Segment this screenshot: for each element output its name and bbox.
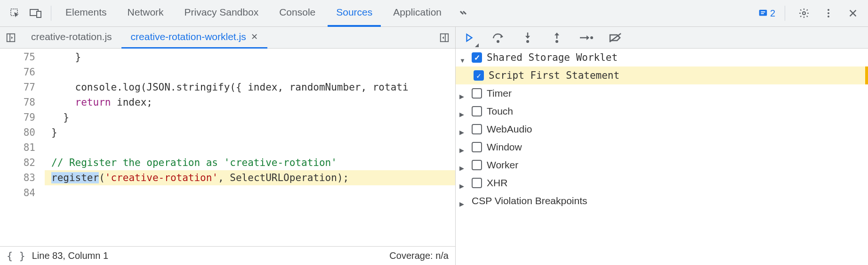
breakpoint-group[interactable]: Window <box>456 138 868 156</box>
svg-point-7 <box>828 16 829 17</box>
step-icon[interactable] <box>577 29 595 47</box>
file-tab-creative-rotation-worklet[interactable]: creative-rotation-worklet.js ✕ <box>121 27 267 49</box>
tab-privacy-sandbox[interactable]: Privacy Sandbox <box>176 0 267 27</box>
chevron-right-icon[interactable] <box>459 179 467 187</box>
code-lines: } console.log(JSON.stringify({ index, ra… <box>45 49 455 246</box>
chevron-right-icon[interactable] <box>459 197 467 205</box>
code-editor[interactable]: 75767778798081828384 } console.log(JSON.… <box>0 49 455 246</box>
breakpoint-section[interactable]: CSP Violation Breakpoints <box>456 192 868 210</box>
breakpoint-group[interactable]: Timer <box>456 84 868 102</box>
file-tab-label: creative-rotation-worklet.js <box>131 31 246 42</box>
close-icon[interactable]: ✕ <box>251 32 258 42</box>
toolbar-separator <box>785 6 785 21</box>
svg-point-6 <box>828 12 829 14</box>
checkbox[interactable] <box>474 70 484 81</box>
issues-count: 2 <box>770 8 775 19</box>
breakpoint-group-label: Window <box>487 141 522 153</box>
kebab-icon[interactable] <box>819 4 838 23</box>
breakpoint-group[interactable]: Shared Storage Worklet <box>456 49 868 66</box>
svg-point-14 <box>526 40 529 43</box>
toolbar-separator <box>51 6 51 21</box>
breakpoint-group-label: Worker <box>487 159 518 171</box>
close-icon[interactable] <box>844 4 862 23</box>
coverage-info: Coverage: n/a <box>389 250 449 261</box>
breakpoint-group[interactable]: WebAudio <box>456 120 868 138</box>
chevron-right-icon[interactable] <box>459 161 467 169</box>
debugger-pane: Shared Storage Worklet Script First Stat… <box>456 27 868 265</box>
chevron-right-icon[interactable] <box>459 90 467 97</box>
chevron-right-icon[interactable] <box>459 108 467 115</box>
pretty-print-icon[interactable]: { } <box>7 250 25 262</box>
breakpoint-group[interactable]: XHR <box>456 174 868 192</box>
svg-rect-10 <box>441 33 449 41</box>
checkbox[interactable] <box>472 160 482 170</box>
breakpoint-item[interactable]: Script First Statement <box>456 66 868 84</box>
breakpoint-group-label: XHR <box>487 177 507 189</box>
chevron-down-icon[interactable] <box>459 54 467 61</box>
navigator-toggle-icon[interactable] <box>0 27 22 49</box>
step-over-icon[interactable] <box>490 29 507 47</box>
main-split: creative-rotation.js creative-rotation-w… <box>0 27 868 265</box>
resume-icon[interactable] <box>460 29 478 47</box>
breakpoint-group-label: Timer <box>487 88 512 99</box>
breakpoint-section-label: CSP Violation Breakpoints <box>472 195 587 207</box>
devtools-toolbar: Elements Network Privacy Sandbox Console… <box>0 0 868 27</box>
svg-rect-3 <box>759 10 767 16</box>
file-tab-creative-rotation[interactable]: creative-rotation.js <box>22 27 121 49</box>
svg-rect-2 <box>37 11 41 17</box>
breakpoint-group[interactable]: Touch <box>456 102 868 120</box>
breakpoint-group-label: WebAudio <box>487 124 532 135</box>
cursor-position: Line 83, Column 1 <box>32 250 108 261</box>
checkbox[interactable] <box>472 178 482 188</box>
editor-status-bar: { } Line 83, Column 1 Coverage: n/a <box>0 246 455 265</box>
svg-point-18 <box>590 36 593 39</box>
tab-elements[interactable]: Elements <box>57 0 115 27</box>
checkbox[interactable] <box>472 124 482 134</box>
breakpoint-group[interactable]: Worker <box>456 156 868 174</box>
svg-point-16 <box>555 40 558 43</box>
breakpoint-list: Shared Storage Worklet Script First Stat… <box>456 49 868 265</box>
panel-tabs: Elements Network Privacy Sandbox Console… <box>57 0 756 27</box>
tab-sources[interactable]: Sources <box>328 0 381 27</box>
more-tabs-icon[interactable] <box>454 4 473 23</box>
tab-network[interactable]: Network <box>119 0 172 27</box>
checkbox[interactable] <box>472 52 482 63</box>
breakpoint-item-label: Script First Statement <box>489 70 619 81</box>
svg-point-4 <box>803 12 805 15</box>
file-tab-label: creative-rotation.js <box>31 31 112 42</box>
checkbox[interactable] <box>472 106 482 116</box>
svg-rect-8 <box>7 33 15 41</box>
sources-pane: creative-rotation.js creative-rotation-w… <box>0 27 456 265</box>
inspect-icon[interactable] <box>6 4 24 23</box>
checkbox[interactable] <box>472 88 482 99</box>
svg-point-5 <box>828 9 829 11</box>
step-into-icon[interactable] <box>519 29 537 47</box>
debugger-toggle-icon[interactable] <box>434 27 455 49</box>
tab-console[interactable]: Console <box>271 0 324 27</box>
gear-icon[interactable] <box>795 4 813 23</box>
svg-point-12 <box>497 40 499 43</box>
tab-application[interactable]: Application <box>385 0 450 27</box>
toolbar-right: 2 <box>758 4 862 23</box>
chevron-right-icon[interactable] <box>459 125 467 133</box>
breakpoint-group-label: Shared Storage Worklet <box>487 52 618 63</box>
deactivate-breakpoints-icon[interactable] <box>606 29 624 47</box>
checkbox[interactable] <box>472 142 482 152</box>
issues-badge[interactable]: 2 <box>758 8 775 19</box>
device-toggle-icon[interactable] <box>26 4 45 23</box>
step-out-icon[interactable] <box>548 29 566 47</box>
breakpoint-group-label: Touch <box>487 106 513 117</box>
chevron-right-icon[interactable] <box>459 143 467 151</box>
debug-toolbar <box>456 27 868 49</box>
file-tab-bar: creative-rotation.js creative-rotation-w… <box>0 27 455 49</box>
line-gutter: 75767778798081828384 <box>0 49 45 246</box>
